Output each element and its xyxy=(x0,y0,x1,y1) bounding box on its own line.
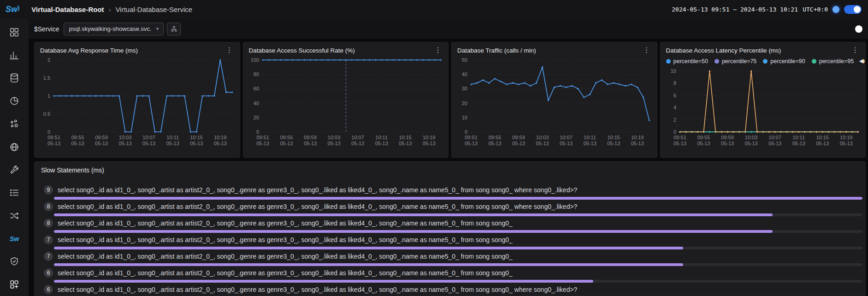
svg-text:10:19: 10:19 xyxy=(214,135,227,140)
chevron-down-icon: ▾ xyxy=(156,26,159,32)
sidebar-item-tools[interactable] xyxy=(0,159,29,182)
sidebar-item-apps[interactable] xyxy=(0,273,29,296)
legend-dot-icon xyxy=(666,59,671,64)
svg-text:05-13: 05-13 xyxy=(399,141,412,146)
kebab-menu-icon[interactable]: ⋮ xyxy=(642,47,651,54)
breadcrumb-current[interactable]: Virtual-Database-Service xyxy=(116,6,192,13)
svg-text:05-13: 05-13 xyxy=(351,141,364,146)
stmt-text: select song0_.id as id1_0_, song0_.artis… xyxy=(58,203,577,210)
slow-statement-row[interactable]: 7 select song0_.id as id1_0_, song0_.art… xyxy=(44,235,862,249)
svg-text:05-13: 05-13 xyxy=(584,141,596,146)
toggle-knob xyxy=(854,6,861,13)
legend-item[interactable]: percentile=95 xyxy=(812,58,854,65)
legend-label: percentile=90 xyxy=(770,58,805,65)
svg-text:2: 2 xyxy=(47,57,50,63)
svg-text:100: 100 xyxy=(250,57,259,63)
theme-toggle[interactable] xyxy=(844,5,862,14)
avg-response-time-chart: 00.511.5209:5105-1309:5505-1309:5905-131… xyxy=(35,55,240,148)
sidebar-item-metrics[interactable] xyxy=(0,44,29,67)
svg-text:1.5: 1.5 xyxy=(43,75,50,81)
svg-text:10:03: 10:03 xyxy=(327,135,340,140)
stmt-bar-fill xyxy=(54,213,773,216)
svg-text:10:15: 10:15 xyxy=(607,135,620,140)
svg-text:10:03: 10:03 xyxy=(744,135,757,140)
legend-scroll-left-icon[interactable]: ◀ xyxy=(857,58,863,64)
sidebar-item-topology[interactable] xyxy=(0,204,29,227)
svg-text:0: 0 xyxy=(256,129,259,135)
sidebar-item-database[interactable] xyxy=(0,67,29,90)
breadcrumb-root[interactable]: Virtual-Database-Root xyxy=(31,6,104,13)
skywalking-logo[interactable]: Sw) xyxy=(6,5,19,14)
dashboard-icon xyxy=(9,27,19,37)
sidebar-item-sampling[interactable] xyxy=(0,112,29,136)
logo-swoosh-icon: ) xyxy=(18,4,19,11)
timezone-label[interactable]: UTC+0:0 xyxy=(803,6,828,13)
bar-chart-icon xyxy=(9,50,19,60)
slow-statement-row[interactable]: 9 select song0_.id as id1_0_, song0_.art… xyxy=(44,185,862,200)
stmt-bar-fill xyxy=(54,263,683,266)
legend-item[interactable]: percentile=75 xyxy=(714,58,756,65)
stmt-text: select song0_.id as id1_0_, song0_.artis… xyxy=(58,186,577,194)
svg-text:0: 0 xyxy=(465,129,467,135)
stmt-bar-fill xyxy=(54,197,862,200)
stmt-text: select song0_.id as id1_0_, song0_.artis… xyxy=(58,253,513,260)
slow-statement-row[interactable]: 8 select song0_.id as id1_0_, song0_.art… xyxy=(44,218,862,233)
svg-text:05-13: 05-13 xyxy=(375,141,388,146)
svg-text:0: 0 xyxy=(47,129,50,135)
time-range-picker[interactable]: 2024-05-13 09:51 ~ 2024-05-13 10:21 xyxy=(672,6,798,13)
svg-text:40: 40 xyxy=(253,101,259,106)
svg-text:10:11: 10:11 xyxy=(166,135,179,140)
stmt-text: select song0_.id as id1_0_, song0_.artis… xyxy=(58,236,513,243)
svg-text:09:59: 09:59 xyxy=(721,135,734,140)
svg-text:05-13: 05-13 xyxy=(166,141,179,146)
legend-item[interactable]: percentile=50 xyxy=(666,58,708,65)
svg-text:10:19: 10:19 xyxy=(839,135,852,140)
stmt-text: select song0_.id as id1_0_, song0_.artis… xyxy=(58,219,513,227)
sidebar-item-pie[interactable] xyxy=(0,89,29,112)
service-hierarchy-button[interactable] xyxy=(167,23,181,36)
panel-title: Database Avg Response Time (ms) xyxy=(40,47,138,54)
kebab-menu-icon[interactable]: ⋮ xyxy=(433,47,443,54)
sidebar-item-globe[interactable] xyxy=(0,136,29,159)
svg-text:80: 80 xyxy=(253,71,259,77)
slow-statement-row[interactable]: 8 select song0_.id as id1_0_, song0_.art… xyxy=(44,201,862,216)
svg-text:05-13: 05-13 xyxy=(607,141,620,146)
svg-text:09:51: 09:51 xyxy=(256,135,269,140)
slow-statements-title: Slow Statements (ms) xyxy=(35,162,865,178)
kebab-menu-icon[interactable]: ⋮ xyxy=(225,47,234,54)
slow-statement-row[interactable]: 7 select song0_.id as id1_0_, song0_.art… xyxy=(44,251,862,266)
svg-text:05-13: 05-13 xyxy=(512,141,525,146)
svg-text:10:11: 10:11 xyxy=(792,135,805,140)
svg-text:05-13: 05-13 xyxy=(304,141,317,146)
kebab-menu-icon[interactable]: ⋮ xyxy=(850,47,860,54)
svg-text:05-13: 05-13 xyxy=(488,141,501,146)
sidebar-item-list[interactable] xyxy=(0,181,29,204)
sidebar-item-security[interactable] xyxy=(0,250,29,273)
service-select[interactable]: psql.skywalking-showcase.svc. ▾ xyxy=(64,23,164,36)
service-select-value: psql.skywalking-showcase.svc. xyxy=(69,25,151,32)
svg-text:20: 20 xyxy=(253,115,259,120)
svg-text:10:19: 10:19 xyxy=(422,135,435,140)
slow-statement-row[interactable]: 6 select song0_.id as id1_0_, song0_.art… xyxy=(44,268,862,283)
shield-icon xyxy=(9,256,19,266)
stmt-bar-track xyxy=(54,213,862,216)
slow-statement-row[interactable]: 6 select song0_.id as id1_0_, song0_.art… xyxy=(44,284,862,296)
sidebar-item-skywalking[interactable]: Sw xyxy=(0,227,29,250)
stmt-bar-fill xyxy=(54,230,773,233)
svg-text:09:59: 09:59 xyxy=(512,135,525,140)
hierarchy-icon xyxy=(171,25,177,32)
panel-slow-statements: Slow Statements (ms) 9 select song0_.id … xyxy=(34,161,866,296)
toolbar-indicator-button[interactable] xyxy=(855,25,862,33)
svg-text:10:19: 10:19 xyxy=(631,135,644,140)
legend-item[interactable]: percentile=90 xyxy=(763,58,805,65)
stmt-value-badge: 7 xyxy=(44,252,53,261)
stmt-bar-track xyxy=(54,280,862,283)
stmt-bar-fill xyxy=(54,280,593,283)
sidebar-item-dashboard[interactable] xyxy=(0,21,29,44)
legend-label: percentile=75 xyxy=(722,58,756,65)
svg-text:05-13: 05-13 xyxy=(214,141,227,146)
svg-text:09:55: 09:55 xyxy=(489,135,502,140)
svg-text:05-13: 05-13 xyxy=(190,141,203,146)
svg-text:05-13: 05-13 xyxy=(839,141,852,146)
svg-text:10:03: 10:03 xyxy=(536,135,549,140)
